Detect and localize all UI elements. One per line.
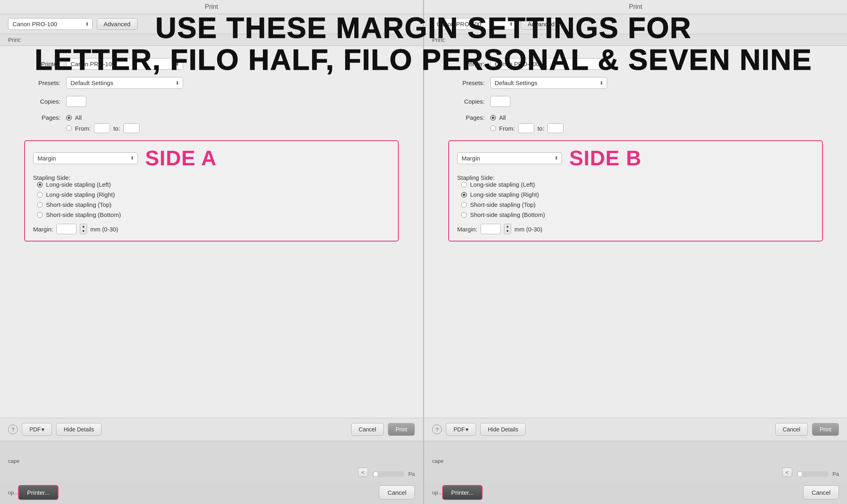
pages-all-radio-a[interactable]	[66, 115, 72, 121]
presets-row-a: Presets: Default Settings ⬍	[24, 77, 399, 89]
stapling-radio-0-3[interactable]	[37, 212, 43, 218]
presets-select-chevron-a: ⬍	[175, 80, 179, 86]
stapling-radio-1-0[interactable]	[461, 182, 467, 187]
print-button-b[interactable]: Print	[812, 423, 839, 436]
up-text-b: up...	[432, 489, 442, 496]
margin-select-b[interactable]: Margin ⬍	[457, 152, 562, 164]
pdf-button-a[interactable]: PDF ▾	[22, 423, 52, 436]
stapling-option-0-0[interactable]: Long-side stapling (Left)	[37, 181, 390, 188]
margin-input-b[interactable]: 0	[481, 224, 501, 234]
printer-select-a[interactable]: Canon PRO-100 ⬍	[66, 58, 183, 70]
pdf-chevron-a: ▾	[42, 426, 44, 433]
margin-input-a[interactable]: 0	[56, 224, 77, 234]
stapling-label-row-b: Stapling Side:	[457, 174, 814, 181]
help-button-b[interactable]: ?	[432, 425, 442, 434]
pages-to-input-a[interactable]: 1	[123, 123, 139, 133]
pages-to-input-b[interactable]: 1	[547, 123, 564, 133]
stapling-option-0-3[interactable]: Short-side stapling (Bottom)	[37, 211, 390, 218]
pages-from-input-a[interactable]: 1	[94, 123, 110, 133]
pages-all-row-a[interactable]: All	[66, 114, 139, 121]
cancel-button-b[interactable]: Cancel	[775, 423, 808, 436]
print-titlebar-a: Print	[0, 0, 423, 14]
pages-from-label-b: From:	[499, 125, 515, 132]
copies-input-a[interactable]: 1	[66, 96, 86, 107]
cancel-button-a[interactable]: Cancel	[351, 423, 384, 436]
hide-details-button-b[interactable]: Hide Details	[480, 423, 526, 436]
cancel-bottom-button-b[interactable]: Cancel	[803, 485, 839, 500]
pages-from-radio-b[interactable]	[490, 125, 496, 131]
pdf-button-b[interactable]: PDF ▾	[446, 423, 476, 436]
stapling-option-1-2[interactable]: Short-side stapling (Top)	[461, 201, 814, 208]
presets-select-b[interactable]: Default Settings ⬍	[490, 77, 607, 89]
stapling-radio-1-3[interactable]	[461, 212, 467, 218]
stapling-radio-1-2[interactable]	[461, 202, 467, 208]
lower-text-a: cape	[8, 458, 19, 464]
pages-all-radio-b[interactable]	[490, 115, 496, 121]
printer-select-b[interactable]: Canon PRO-100 ⬍	[490, 58, 607, 70]
pages-all-label-a: All	[75, 114, 82, 121]
stapling-option-label-1-2: Short-side stapling (Top)	[470, 201, 536, 208]
printer-row-a: Printer: Canon PRO-100 ⬍	[24, 58, 399, 70]
stapling-option-1-0[interactable]: Long-side stapling (Left)	[461, 181, 814, 188]
stapling-option-label-0-3: Short-side stapling (Bottom)	[46, 211, 121, 218]
printer-dropdown-value-a: Canon PRO-100	[12, 21, 57, 27]
printer-dropdown-b[interactable]: Canon PRO-100 ⬍	[432, 18, 517, 30]
pages-row-a: Pages: All From: 1 to: 1	[24, 114, 399, 133]
margin-dropdown-row-a: Margin ⬍ SIDE A	[33, 148, 390, 169]
up-text-a: up...	[8, 489, 18, 496]
margin-value-row-a: Margin: 0 ▲ ▼ mm (0-30)	[33, 224, 390, 234]
pages-to-label-b: to:	[537, 125, 544, 132]
stapling-radio-0-0[interactable]	[37, 182, 43, 187]
printer-btn-b[interactable]: Printer...	[442, 485, 483, 500]
pages-from-row-b[interactable]: From: 1 to: 1	[490, 123, 564, 133]
hide-details-button-a[interactable]: Hide Details	[56, 423, 102, 436]
nav-prev-a[interactable]: <	[358, 468, 368, 477]
nav-prev-b[interactable]: <	[782, 468, 793, 477]
side-label-a: SIDE A	[145, 148, 216, 169]
margin-spinner-down-a[interactable]: ▼	[80, 229, 87, 234]
stapling-radio-0-1[interactable]	[37, 192, 43, 198]
help-label-b: ?	[435, 427, 438, 433]
stapling-radio-0-2[interactable]	[37, 202, 43, 208]
help-button-a[interactable]: ?	[8, 425, 18, 434]
margin-spinner-up-b[interactable]: ▲	[504, 224, 511, 229]
presets-row-b: Presets: Default Settings ⬍	[448, 77, 823, 89]
slider-b[interactable]	[796, 471, 828, 477]
margin-spinner-down-b[interactable]: ▼	[504, 229, 511, 234]
pages-all-row-b[interactable]: All	[490, 114, 564, 121]
stapling-option-1-3[interactable]: Short-side stapling (Bottom)	[461, 211, 814, 218]
bottom-button-area-b: up... Printer... Cancel	[424, 481, 847, 504]
pages-label-b: Pages:	[448, 114, 485, 121]
stapling-option-label-1-3: Short-side stapling (Bottom)	[470, 211, 545, 218]
pages-from-radio-a[interactable]	[66, 125, 72, 131]
stapling-section-a: Stapling Side: Long-side stapling (Left)…	[33, 174, 390, 218]
print-button-a[interactable]: Print	[388, 423, 415, 436]
printer-btn-a[interactable]: Printer...	[18, 485, 58, 500]
presets-select-a[interactable]: Default Settings ⬍	[66, 77, 183, 89]
pdf-chevron-b: ▾	[466, 426, 468, 433]
margin-select-a[interactable]: Margin ⬍	[33, 152, 138, 164]
margin-spinner-a[interactable]: ▲ ▼	[80, 224, 87, 234]
printer-label-b: Printer:	[448, 60, 485, 67]
stapling-radio-1-1[interactable]	[461, 192, 467, 198]
presets-select-value-b: Default Settings	[495, 79, 537, 86]
presets-select-chevron-b: ⬍	[599, 80, 604, 86]
copies-label-b: Copies:	[448, 98, 485, 105]
printer-dropdown-a[interactable]: Canon PRO-100 ⬍	[8, 18, 93, 30]
pages-options-a: All From: 1 to: 1	[66, 114, 139, 133]
help-label-a: ?	[11, 427, 14, 433]
margin-spinner-b[interactable]: ▲ ▼	[504, 224, 511, 234]
pages-from-input-b[interactable]: 1	[518, 123, 534, 133]
stapling-option-0-1[interactable]: Long-side stapling (Right)	[37, 191, 390, 198]
margin-spinner-up-a[interactable]: ▲	[80, 224, 87, 229]
pages-from-row-a[interactable]: From: 1 to: 1	[66, 123, 139, 133]
copies-input-b[interactable]: 1	[490, 96, 510, 107]
cancel-bottom-button-a[interactable]: Cancel	[379, 485, 415, 500]
slider-a[interactable]	[372, 471, 404, 477]
advanced-button-b[interactable]: Advanced	[521, 18, 562, 30]
stapling-option-1-1[interactable]: Long-side stapling (Right)	[461, 191, 814, 198]
advanced-button-a[interactable]: Advanced	[97, 18, 137, 30]
bottom-bar-a: ? PDF ▾ Hide Details Cancel Print	[0, 418, 423, 441]
stapling-option-0-2[interactable]: Short-side stapling (Top)	[37, 201, 390, 208]
presets-label-a: Presets:	[24, 79, 60, 86]
